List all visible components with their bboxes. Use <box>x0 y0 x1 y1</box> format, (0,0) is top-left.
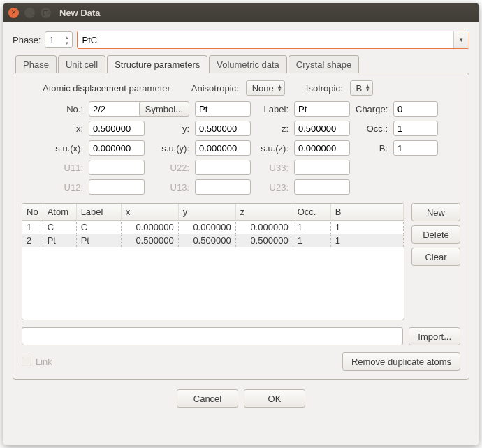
cell-b: 1 <box>330 221 403 234</box>
symbol-button[interactable]: Symbol... <box>139 101 189 117</box>
u22-field <box>195 160 251 175</box>
col-b[interactable]: B <box>330 204 403 221</box>
no-field[interactable] <box>89 101 145 117</box>
symbol-field[interactable] <box>195 101 251 117</box>
col-y[interactable]: y <box>178 204 235 221</box>
atoms-table-area: No Atom Label x y z Occ. B <box>22 203 460 320</box>
u11-field <box>89 160 145 175</box>
ok-button[interactable]: OK <box>244 389 305 408</box>
phase-label: Phase: <box>13 35 41 45</box>
adp-header: Atomic displacement parameter Anisotropi… <box>22 80 460 96</box>
close-icon[interactable]: ✕ <box>8 8 19 18</box>
col-label[interactable]: Label <box>76 204 121 221</box>
link-checkbox: Link <box>22 357 52 367</box>
u13-field <box>195 179 251 195</box>
occ-field[interactable] <box>393 121 438 136</box>
label-label: Label: <box>256 104 289 114</box>
chevron-up-icon[interactable]: ▴ <box>64 35 70 40</box>
col-atom[interactable]: Atom <box>43 204 76 221</box>
isotropic-label: Isotropic: <box>306 83 343 94</box>
delete-button[interactable]: Delete <box>411 225 460 244</box>
phase-name-input[interactable] <box>78 35 453 45</box>
new-button[interactable]: New <box>411 203 460 221</box>
tab-structure-parameters[interactable]: Structure parameters <box>107 55 207 73</box>
clear-button[interactable]: Clear <box>411 248 460 266</box>
cancel-button[interactable]: Cancel <box>177 389 238 408</box>
tab-crystal-shape[interactable]: Crystal shape <box>289 55 359 73</box>
cell-occ: 1 <box>293 221 330 234</box>
u12-field <box>89 179 145 195</box>
z-label: z: <box>256 124 289 134</box>
x-label: x: <box>44 124 83 134</box>
tab-unit-cell[interactable]: Unit cell <box>58 55 105 73</box>
cell-no: 2 <box>22 234 43 247</box>
maximize-icon[interactable]: ▢ <box>41 8 51 18</box>
suy-label: s.u.(y): <box>150 143 189 154</box>
suz-field[interactable] <box>294 140 350 156</box>
col-x[interactable]: x <box>121 204 178 221</box>
z-field[interactable] <box>294 121 350 136</box>
tabpanel-structure-parameters: Atomic displacement parameter Anisotropi… <box>13 73 469 380</box>
cell-no: 1 <box>22 221 43 234</box>
cell-occ: 1 <box>293 234 330 247</box>
tab-phase[interactable]: Phase <box>15 55 57 73</box>
u12-label: U12: <box>44 182 83 193</box>
dialog-buttons: Cancel OK <box>13 385 469 409</box>
chevron-down-icon[interactable]: ▾ <box>64 40 70 45</box>
u23-label: U23: <box>256 182 289 193</box>
window-title: New Data <box>59 8 101 18</box>
chevron-down-icon[interactable]: ▾ <box>453 31 469 48</box>
col-occ[interactable]: Occ. <box>293 204 330 221</box>
anisotropic-select[interactable]: None ▴▾ <box>246 80 285 96</box>
x-field[interactable] <box>89 121 145 136</box>
phase-number-spinner[interactable]: 1 ▴ ▾ <box>45 31 73 48</box>
phase-number-value: 1 <box>48 35 64 45</box>
spinner-buttons: ▴ ▾ <box>64 35 70 45</box>
cell-x: 0.500000 <box>121 234 178 247</box>
charge-field[interactable] <box>393 101 438 117</box>
dialog-content: Phase: 1 ▴ ▾ ▾ Phase Unit cell Structure… <box>3 22 479 445</box>
table-side-buttons: New Delete Clear <box>411 203 460 320</box>
atoms-table[interactable]: No Atom Label x y z Occ. B <box>22 204 404 247</box>
y-field[interactable] <box>195 121 251 136</box>
sux-field[interactable] <box>89 140 145 156</box>
phase-row: Phase: 1 ▴ ▾ ▾ <box>13 31 469 49</box>
anisotropic-label: Anisotropic: <box>191 83 239 94</box>
u23-field <box>294 179 350 195</box>
remove-duplicate-atoms-button[interactable]: Remove duplicate atoms <box>342 352 460 371</box>
cell-x: 0.000000 <box>121 221 178 234</box>
cell-atom: C <box>43 221 76 234</box>
table-row[interactable]: 1 C C 0.000000 0.000000 0.000000 1 1 <box>22 221 404 234</box>
isotropic-select[interactable]: B ▴▾ <box>350 80 374 96</box>
dialog-window: ✕ – ▢ New Data Phase: 1 ▴ ▾ ▾ Phase Unit… <box>3 3 479 445</box>
label-field[interactable] <box>294 101 350 117</box>
cell-z: 0.500000 <box>235 234 293 247</box>
col-z[interactable]: z <box>235 204 293 221</box>
no-label: No.: <box>44 104 83 114</box>
b-field[interactable] <box>393 140 438 156</box>
atoms-table-wrap: No Atom Label x y z Occ. B <box>22 203 404 320</box>
phase-name-combo[interactable]: ▾ <box>77 31 469 49</box>
cell-z: 0.000000 <box>235 221 293 234</box>
table-row[interactable]: 2 Pt Pt 0.500000 0.500000 0.500000 1 1 <box>22 234 404 247</box>
y-label: y: <box>150 124 189 134</box>
col-no[interactable]: No <box>22 204 43 221</box>
suy-field[interactable] <box>195 140 251 156</box>
table-header-row: No Atom Label x y z Occ. B <box>22 204 404 221</box>
charge-label: Charge: <box>356 104 388 114</box>
u11-label: U11: <box>44 163 83 173</box>
minimize-icon[interactable]: – <box>24 8 35 18</box>
bottom-row: Link Remove duplicate atoms <box>22 352 460 371</box>
titlebar: ✕ – ▢ New Data <box>3 3 479 22</box>
cell-y: 0.500000 <box>178 234 235 247</box>
import-button[interactable]: Import... <box>409 327 460 345</box>
sux-label: s.u.(x): <box>44 143 83 154</box>
import-row: Import... <box>22 327 460 345</box>
u33-label: U33: <box>256 163 289 173</box>
anisotropic-value: None <box>252 83 274 94</box>
tab-volumetric-data[interactable]: Volumetric data <box>209 55 287 73</box>
link-label: Link <box>36 357 52 367</box>
cell-y: 0.000000 <box>178 221 235 234</box>
u22-label: U22: <box>150 163 189 173</box>
import-path-field[interactable] <box>22 327 403 345</box>
